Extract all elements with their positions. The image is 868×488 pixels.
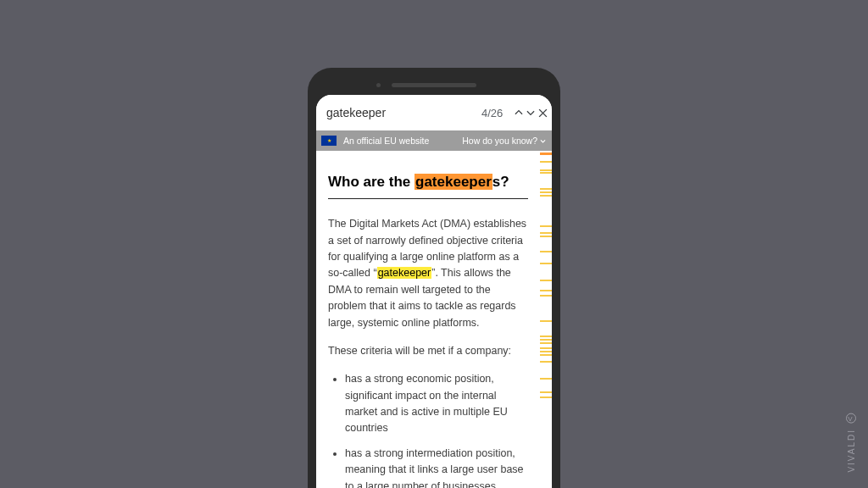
vivaldi-watermark: VIVALDI V (846, 413, 856, 473)
scrollbar-match-track[interactable] (540, 151, 552, 488)
close-icon (537, 107, 549, 119)
vivaldi-logo-icon: V (846, 413, 856, 424)
match-tick (540, 361, 552, 363)
match-tick (540, 342, 552, 344)
match-tick (540, 378, 552, 380)
match-tick (540, 188, 552, 190)
page-content[interactable]: Who are the gatekeepers? The Digital Mar… (316, 151, 540, 488)
find-next-button[interactable] (525, 100, 537, 125)
match-tick (540, 225, 552, 227)
match-tick (540, 172, 552, 174)
find-close-button[interactable] (537, 100, 549, 125)
eu-banner-know-link[interactable]: How do you know? (462, 136, 547, 146)
match-tick (540, 320, 552, 322)
match-tick (540, 251, 552, 252)
match-tick (540, 290, 552, 291)
match-tick (540, 169, 552, 171)
article-heading: Who are the gatekeepers? (328, 171, 528, 193)
paragraph: The Digital Markets Act (DMA) establishe… (328, 216, 528, 331)
eu-banner-text: An official EU website (343, 136, 429, 146)
match-tick (540, 195, 552, 197)
eu-flag-icon (321, 136, 337, 146)
match-tick (540, 354, 552, 356)
active-highlight: gatekeeper (415, 174, 492, 190)
list-item: has a strong intermediation position, me… (345, 446, 528, 488)
chevron-down-icon (539, 137, 547, 145)
match-tick (540, 339, 552, 341)
find-count: 4/26 (475, 107, 509, 119)
match-tick (540, 191, 552, 193)
chevron-down-icon (525, 107, 537, 119)
criteria-list: has a strong economic position, signific… (328, 371, 528, 488)
match-tick (540, 232, 552, 234)
match-tick (540, 152, 552, 155)
match-tick (540, 396, 552, 398)
content-wrap: Who are the gatekeepers? The Digital Mar… (316, 151, 552, 488)
match-tick (540, 336, 552, 337)
match-tick (540, 351, 552, 352)
highlight: gatekeeper (377, 267, 432, 279)
chevron-up-icon (513, 107, 525, 119)
phone-screen: 4/26 An official EU website How do you k… (316, 95, 552, 488)
find-input[interactable] (326, 106, 475, 119)
eu-banner: An official EU website How do you know? (316, 130, 552, 151)
phone-frame: 4/26 An official EU website How do you k… (308, 68, 560, 488)
match-tick (540, 295, 552, 297)
find-in-page-bar: 4/26 (316, 95, 552, 130)
paragraph: These criteria will be met if a company: (328, 343, 528, 359)
match-tick (540, 161, 552, 163)
match-tick (540, 391, 552, 393)
match-tick (540, 236, 552, 237)
heading-divider (328, 198, 528, 199)
find-prev-button[interactable] (513, 100, 525, 125)
phone-notch (392, 83, 476, 87)
match-tick (540, 263, 552, 264)
match-tick (540, 347, 552, 349)
list-item: has a strong economic position, signific… (345, 371, 528, 437)
match-tick (540, 280, 552, 281)
